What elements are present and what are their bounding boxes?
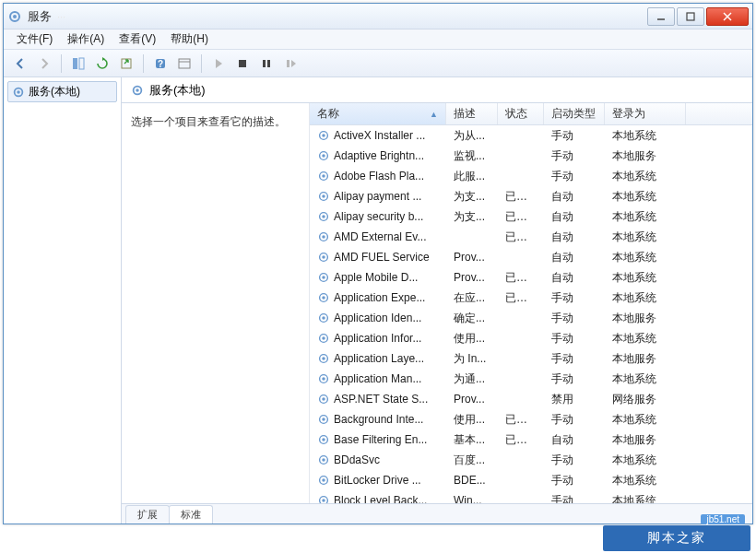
service-row[interactable]: Alipay payment ...为支...已启动自动本地系统 <box>310 186 752 206</box>
cell-status: 已启动 <box>498 290 544 306</box>
service-row[interactable]: BitLocker Drive ...BDE...手动本地系统 <box>310 470 752 490</box>
export-button[interactable] <box>115 53 137 75</box>
cell-logon: 本地系统 <box>605 473 686 488</box>
gear-icon <box>317 453 330 466</box>
cell-name: ActiveX Installer ... <box>310 129 446 142</box>
svg-point-36 <box>322 276 325 279</box>
service-row[interactable]: Background Inte...使用...已启动手动本地系统 <box>310 409 752 429</box>
cell-startup: 自动 <box>544 250 605 265</box>
tree-root-services-local[interactable]: 服务(本地) <box>7 81 117 102</box>
service-row[interactable]: Adaptive Brightn...监视...手动本地服务 <box>310 146 752 166</box>
service-row[interactable]: BDdaSvc百度...手动本地系统 <box>310 450 752 470</box>
tab-standard[interactable]: 标准 <box>169 505 213 524</box>
cell-name: Application Infor... <box>310 332 446 345</box>
svg-point-58 <box>322 499 325 502</box>
properties-button[interactable] <box>173 53 195 75</box>
service-row[interactable]: AMD FUEL ServiceProv...自动本地系统 <box>310 247 752 267</box>
service-row[interactable]: Application Laye...为 In...手动本地服务 <box>310 348 752 369</box>
cell-description: Prov... <box>446 393 498 406</box>
svg-point-38 <box>322 296 325 300</box>
cell-description: 在应... <box>446 290 498 306</box>
help-button[interactable]: ? <box>149 53 171 75</box>
close-button[interactable] <box>706 7 749 26</box>
cell-name: Background Inte... <box>310 413 446 426</box>
cell-logon: 网络服务 <box>605 392 686 407</box>
minimize-button[interactable] <box>647 7 675 26</box>
column-description[interactable]: 描述 <box>446 103 498 124</box>
service-list: 名称▲ 描述 状态 启动类型 登录为 ActiveX Installer ...… <box>310 103 752 503</box>
forward-button[interactable] <box>33 53 55 75</box>
cell-name: BitLocker Drive ... <box>310 474 446 487</box>
svg-rect-6 <box>73 58 77 69</box>
cell-logon: 本地系统 <box>605 493 686 504</box>
service-row[interactable]: AMD External Ev...已启动自动本地系统 <box>310 227 752 247</box>
maximize-button[interactable] <box>677 7 704 26</box>
cell-logon: 本地服务 <box>605 351 686 367</box>
menu-view[interactable]: 查看(V) <box>112 29 163 49</box>
cell-description: Win... <box>446 494 498 503</box>
stop-service-button[interactable] <box>231 53 254 75</box>
gear-icon <box>317 190 330 203</box>
service-row[interactable]: Apple Mobile D...Prov...已启动自动本地系统 <box>310 267 752 288</box>
cell-name: Alipay payment ... <box>310 190 446 203</box>
gear-icon <box>12 86 25 99</box>
restart-service-button[interactable] <box>279 53 301 75</box>
gear-icon <box>317 271 330 284</box>
gear-icon <box>317 393 330 406</box>
service-row[interactable]: Application Infor...使用...手动本地系统 <box>310 328 752 348</box>
service-row[interactable]: Alipay security b...为支...已启动自动本地系统 <box>310 206 752 227</box>
svg-point-52 <box>322 438 325 441</box>
cell-logon: 本地系统 <box>605 128 686 144</box>
cell-name: AMD FUEL Service <box>310 251 446 264</box>
service-row[interactable]: Application Man...为通...手动本地系统 <box>310 369 752 389</box>
column-status[interactable]: 状态 <box>498 103 544 124</box>
cell-status: 已启动 <box>498 189 544 205</box>
column-startup-type[interactable]: 启动类型 <box>544 103 605 124</box>
cell-startup: 手动 <box>544 311 605 326</box>
menu-action[interactable]: 操作(A) <box>60 29 112 49</box>
svg-point-24 <box>322 154 325 158</box>
cell-logon: 本地系统 <box>605 270 686 286</box>
cell-logon: 本地系统 <box>605 189 686 205</box>
back-button[interactable] <box>9 53 31 75</box>
toolbar-separator <box>201 54 202 73</box>
cell-logon: 本地系统 <box>605 412 686 428</box>
titlebar[interactable]: 服务 ··· <box>4 4 752 29</box>
cell-description: 基本... <box>446 432 498 448</box>
service-rows[interactable]: ActiveX Installer ...为从...手动本地系统Adaptive… <box>310 125 752 503</box>
start-service-button[interactable] <box>207 53 230 75</box>
service-row[interactable]: Application Expe...在应...已启动手动本地系统 <box>310 288 752 308</box>
show-hide-tree-button[interactable] <box>67 53 89 75</box>
service-row[interactable]: ASP.NET State S...Prov...禁用网络服务 <box>310 389 752 409</box>
cell-description: 使用... <box>446 412 498 428</box>
gear-icon <box>131 84 144 97</box>
menu-file[interactable]: 文件(F) <box>9 29 60 49</box>
cell-description: 为从... <box>446 128 498 144</box>
menu-help[interactable]: 帮助(H) <box>163 29 216 49</box>
gear-icon <box>317 494 330 503</box>
cell-startup: 自动 <box>544 229 605 245</box>
svg-point-22 <box>322 134 325 137</box>
pause-service-button[interactable] <box>255 53 278 75</box>
cell-description: 使用... <box>446 331 498 347</box>
cell-logon: 本地服务 <box>605 148 686 164</box>
refresh-button[interactable] <box>91 53 113 75</box>
column-logon-as[interactable]: 登录为 <box>605 103 686 124</box>
svg-point-50 <box>322 418 325 421</box>
cell-logon: 本地服务 <box>605 311 686 326</box>
service-row[interactable]: Base Filtering En...基本...已启动自动本地服务 <box>310 429 752 450</box>
cell-name: AMD External Ev... <box>310 230 446 243</box>
service-row[interactable]: Block Level Back...Win...手动本地系统 <box>310 490 752 503</box>
service-row[interactable]: ActiveX Installer ...为从...手动本地系统 <box>310 125 752 146</box>
cell-logon: 本地系统 <box>605 250 686 265</box>
cell-description: 为 In... <box>446 351 498 367</box>
gear-icon <box>317 230 330 243</box>
details-header-title: 服务(本地) <box>149 82 206 99</box>
service-row[interactable]: Adobe Flash Pla...此服...手动本地系统 <box>310 166 752 186</box>
gear-icon <box>317 149 330 162</box>
cell-logon: 本地系统 <box>605 209 686 225</box>
column-name[interactable]: 名称▲ <box>310 103 446 124</box>
svg-point-28 <box>322 194 325 198</box>
service-row[interactable]: Application Iden...确定...手动本地服务 <box>310 308 752 328</box>
tab-extended[interactable]: 扩展 <box>125 505 170 524</box>
